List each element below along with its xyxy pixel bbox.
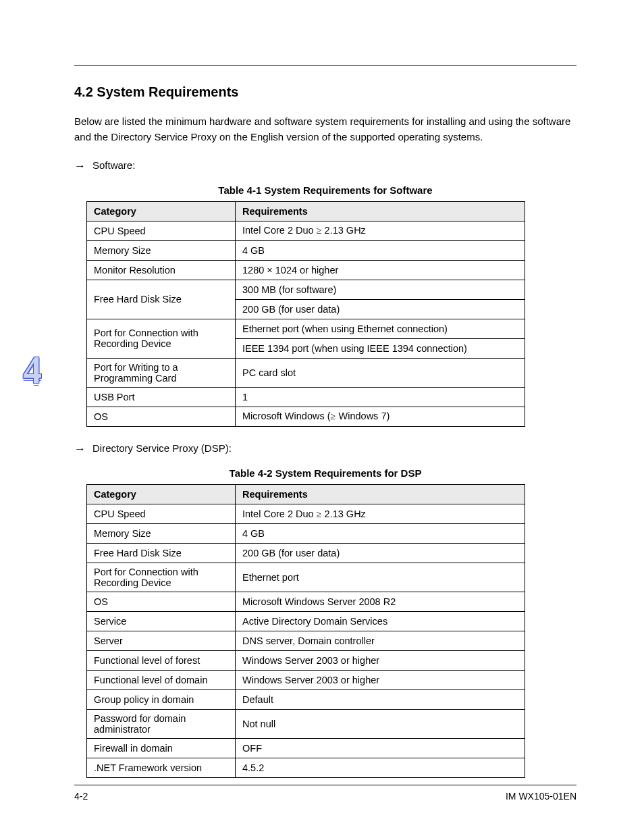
table-row: Functional level of forestWindows Server… (87, 651, 525, 671)
arrow-icon: → (74, 157, 86, 175)
table-row: CPU Speed Intel Core 2 Duo ≥ 2.13 GHz (87, 504, 525, 524)
footer-page-number: 4-2 (74, 791, 88, 802)
cell: Ethernet port (236, 563, 525, 592)
table-row: Functional level of domainWindows Server… (87, 671, 525, 690)
cell: USB Port (87, 387, 236, 407)
table-dsp-requirements: Category Requirements CPU Speed Intel Co… (86, 484, 525, 778)
intro-paragraph: Below are listed the minimum hardware an… (74, 113, 576, 145)
table-row: Free Hard Disk Size 300 MB (for software… (87, 280, 525, 299)
cell: Microsoft Windows (≥ Windows 7) (236, 407, 525, 426)
cell: Free Hard Disk Size (87, 544, 236, 563)
cell: Port for Writing to a Programming Card (87, 358, 236, 387)
cell: 300 MB (for software) (236, 280, 525, 299)
table-row: Password for domain administratorNot nul… (87, 710, 525, 739)
cell: PC card slot (236, 358, 525, 387)
cell: Intel Core 2 Duo ≥ 2.13 GHz (236, 221, 525, 240)
cell: Monitor Resolution (87, 260, 236, 280)
table-row: OS Microsoft Windows (≥ Windows 7) (87, 407, 525, 426)
page-body: 4.2 System Requirements Below are listed… (0, 0, 644, 805)
cell: 4.5.2 (236, 758, 525, 778)
table-row: Port for Writing to a Programming Card P… (87, 358, 525, 387)
table1-h1: Category (87, 201, 236, 221)
table-row: ServerDNS server, Domain controller (87, 631, 525, 651)
bullet-software-label: Software: (92, 157, 135, 173)
table-row: Firewall in domainOFF (87, 739, 525, 758)
table-row: USB Port 1 (87, 387, 525, 407)
cell: Default (236, 690, 525, 710)
cell: Service (87, 612, 236, 631)
bullet-dsp-label: Directory Service Proxy (DSP): (92, 440, 232, 456)
cell: Server (87, 631, 236, 651)
cell: CPU Speed (87, 504, 236, 524)
bullet-software: → Software: (74, 157, 576, 175)
cell: Functional level of domain (87, 671, 236, 690)
table-row: Port for Connection with Recording Devic… (87, 319, 525, 338)
header-rule (74, 65, 576, 66)
table2-caption: Table 4-2 System Requirements for DSP (74, 467, 576, 479)
table2-h2: Requirements (236, 485, 525, 504)
table2-h1: Category (87, 485, 236, 504)
cell: Port for Connection with Recording Devic… (87, 319, 236, 358)
cell: Intel Core 2 Duo ≥ 2.13 GHz (236, 504, 525, 524)
cell: Microsoft Windows Server 2008 R2 (236, 592, 525, 612)
table-row: ServiceActive Directory Domain Services (87, 612, 525, 631)
cell: 1280 × 1024 or higher (236, 260, 525, 280)
cell: OS (87, 407, 236, 426)
table-row: OSMicrosoft Windows Server 2008 R2 (87, 592, 525, 612)
table-software-requirements: Category Requirements CPU Speed Intel Co… (86, 201, 525, 427)
cell: 4 GB (236, 240, 525, 260)
cell: Not null (236, 710, 525, 739)
cell: Free Hard Disk Size (87, 280, 236, 319)
cell: Memory Size (87, 240, 236, 260)
cell: Windows Server 2003 or higher (236, 671, 525, 690)
table-row: Memory Size4 GB (87, 524, 525, 544)
cell: CPU Speed (87, 221, 236, 240)
cell: 1 (236, 387, 525, 407)
table1-caption: Table 4-1 System Requirements for Softwa… (74, 184, 576, 196)
cell: Firewall in domain (87, 739, 236, 758)
cell: Port for Connection with Recording Devic… (87, 563, 236, 592)
table-row: CPU Speed Intel Core 2 Duo ≥ 2.13 GHz (87, 221, 525, 240)
table-row: Memory Size 4 GB (87, 240, 525, 260)
cell: Active Directory Domain Services (236, 612, 525, 631)
cell: .NET Framework version (87, 758, 236, 778)
table-row: Port for Connection with Recording Devic… (87, 563, 525, 592)
cell: DNS server, Domain controller (236, 631, 525, 651)
table-row: Free Hard Disk Size200 GB (for user data… (87, 544, 525, 563)
table-row: Monitor Resolution 1280 × 1024 or higher (87, 260, 525, 280)
table-row: .NET Framework version4.5.2 (87, 758, 525, 778)
page-footer: 4-2 IM WX105-01EN (74, 785, 576, 802)
bullet-dsp: → Directory Service Proxy (DSP): (74, 440, 576, 458)
section-title: 4.2 System Requirements (74, 84, 576, 100)
cell: Windows Server 2003 or higher (236, 651, 525, 671)
arrow-icon: → (74, 440, 86, 458)
table1-h2: Requirements (236, 201, 525, 221)
cell: Ethernet port (when using Ethernet conne… (236, 319, 525, 338)
chapter-number-ornament: 4 (23, 351, 42, 389)
footer-doc-id: IM WX105-01EN (506, 791, 576, 802)
cell: 200 GB (for user data) (236, 299, 525, 319)
cell: 200 GB (for user data) (236, 544, 525, 563)
cell: Functional level of forest (87, 651, 236, 671)
cell: Password for domain administrator (87, 710, 236, 739)
cell: Memory Size (87, 524, 236, 544)
cell: OS (87, 592, 236, 612)
cell: Group policy in domain (87, 690, 236, 710)
cell: OFF (236, 739, 525, 758)
cell: IEEE 1394 port (when using IEEE 1394 con… (236, 338, 525, 358)
table-row: Group policy in domainDefault (87, 690, 525, 710)
cell: 4 GB (236, 524, 525, 544)
